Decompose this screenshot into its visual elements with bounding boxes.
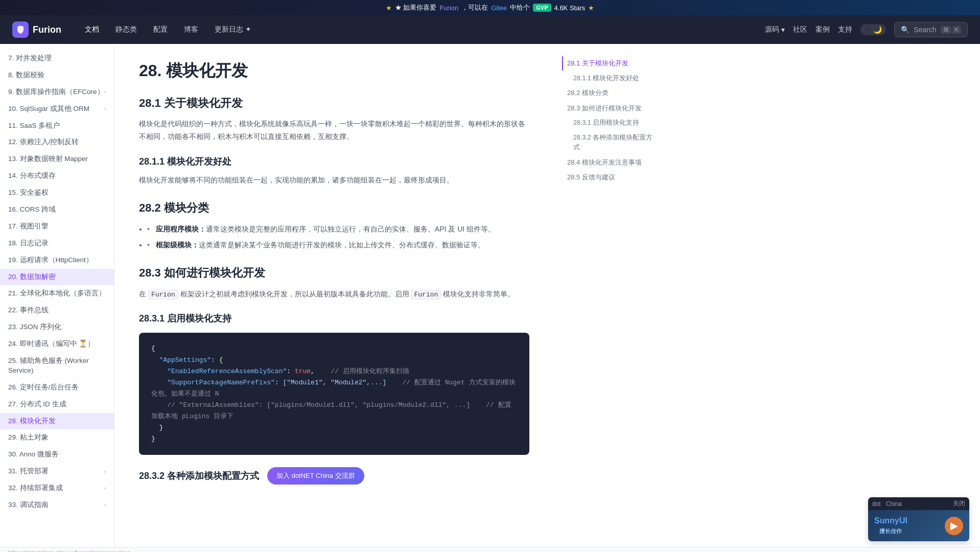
nav-source-btn[interactable]: 源码 ▾ bbox=[765, 25, 785, 34]
code-line-7: } bbox=[151, 433, 517, 445]
navbar: Furion 文档 静态类 配置 博客 更新日志 ✦ 源码 ▾ 社区 案例 支持… bbox=[0, 15, 980, 44]
search-button[interactable]: 🔍 Search ⌘ K bbox=[894, 22, 968, 37]
sidebar-item-29[interactable]: 29. 粘土对象 bbox=[0, 429, 114, 446]
banner-middle2: 中给个 bbox=[510, 3, 530, 12]
sidebar-item-26[interactable]: 26. 定时任务/后台任务 bbox=[0, 379, 114, 396]
sidebar-item-32[interactable]: 32. 持续部署集成 › bbox=[0, 480, 114, 497]
join-dotnet-china-button[interactable]: 加入 dotNET China 交流群 bbox=[267, 467, 364, 485]
status-bar: https://dotnetchina.gitee.io/furion/docs… bbox=[0, 547, 980, 552]
search-kbd: ⌘ K bbox=[941, 26, 961, 34]
close-icon[interactable]: 关闭 bbox=[953, 499, 965, 508]
sidebar-item-27[interactable]: 27. 分布式 ID 生成 bbox=[0, 396, 114, 413]
code-line-3: "EnabledReferenceAssemblyScan": true, //… bbox=[151, 366, 517, 377]
toc-item-28-2[interactable]: 28.2 模块分类 bbox=[562, 86, 658, 100]
subsection-text-28-1-1: 模块化开发能够将不同的功能组装在一起，实现功能的累加，诸多功能组装在一起，最终形… bbox=[139, 174, 529, 187]
section-title-28-2: 28.2 模块分类 bbox=[139, 201, 529, 216]
sidebar-item-10[interactable]: 10. SqlSugar 或其他 ORM › bbox=[0, 101, 114, 118]
sidebar-item-16[interactable]: 16. CORS 跨域 bbox=[0, 201, 114, 218]
banner-gitee-link[interactable]: Gitee bbox=[491, 4, 507, 12]
section-title-28-1: 28.1 关于模块化开发 bbox=[139, 96, 529, 111]
status-url: https://dotnetchina.gitee.io/furion/docs… bbox=[8, 549, 130, 552]
sidebar-item-21[interactable]: 21. 全球化和本地化（多语言） bbox=[0, 285, 114, 302]
nav-item-docs[interactable]: 文档 bbox=[78, 21, 106, 38]
sidebar-item-31[interactable]: 31. 托管部署 › bbox=[0, 463, 114, 480]
float-ad: dot China 关闭 SunnyUI 擅长佳作 ▶ bbox=[868, 497, 970, 542]
gvp-badge: GVP bbox=[533, 4, 551, 12]
float-ad-header: dot China 关闭 bbox=[868, 497, 969, 510]
search-icon: 🔍 bbox=[901, 26, 909, 34]
sidebar-item-18[interactable]: 18. 日志记录 bbox=[0, 235, 114, 252]
nav-item-blog[interactable]: 博客 bbox=[177, 21, 205, 38]
sidebar-item-13[interactable]: 13. 对象数据映射 Mapper bbox=[0, 151, 114, 168]
float-ad-body[interactable]: SunnyUI 擅长佳作 ▶ bbox=[868, 510, 969, 541]
toc-item-28-3-1[interactable]: 28.3.1 启用模块化支持 bbox=[562, 116, 658, 130]
chevron-down-icon: ▾ bbox=[781, 26, 785, 34]
subsection-title-28-3-1: 28.3.1 启用模块化支持 bbox=[139, 313, 529, 325]
subsection-title-28-1-1: 28.1.1 模块化开发好处 bbox=[139, 156, 529, 168]
subsection-title-28-3-2: 28.3.2 各种添加模块配置方式 加入 dotNET China 交流群 bbox=[139, 467, 529, 485]
sidebar-item-23[interactable]: 23. JSON 序列化 bbox=[0, 319, 114, 336]
sidebar-item-11[interactable]: 11. SaaS 多租户 bbox=[0, 118, 114, 134]
sidebar-item-15[interactable]: 15. 安全鉴权 bbox=[0, 185, 114, 201]
sidebar-item-14[interactable]: 14. 分布式缓存 bbox=[0, 168, 114, 185]
sidebar-item-12[interactable]: 12. 依赖注入/控制反转 bbox=[0, 134, 114, 151]
code-line-2: "AppSettings": { bbox=[151, 355, 517, 366]
star-left: ★ bbox=[386, 4, 392, 12]
chevron-right-icon: › bbox=[104, 501, 106, 509]
top-banner: ★ ★ 如果你喜爱 Furion ，可以在 Gitee 中给个 GVP 4.6K… bbox=[0, 0, 980, 15]
toc-item-28-3-2[interactable]: 28.3.2 各种添加模块配置方式 bbox=[562, 131, 658, 154]
code-line-4: "SupportPackageNamePrefixs": ["Module1",… bbox=[151, 377, 517, 400]
code-line-6: } bbox=[151, 422, 517, 433]
page-layout: 7. 对并发处理 8. 数据校验 9. 数据库操作指南（EFCore） › 10… bbox=[0, 44, 980, 547]
section-text-28-1: 模块化是代码组织的一种方式，模块化系统就像乐高玩具一样，一块一块零散积木堆起一个… bbox=[139, 118, 529, 143]
sidebar-item-17[interactable]: 17. 视图引擎 bbox=[0, 218, 114, 235]
toc-item-28-4[interactable]: 28.4 模块化开发注意事项 bbox=[562, 155, 658, 170]
light-theme-icon: ☀ bbox=[865, 26, 871, 34]
nav-items: 文档 静态类 配置 博客 更新日志 ✦ bbox=[78, 21, 765, 38]
sidebar-item-7[interactable]: 7. 对并发处理 bbox=[0, 50, 114, 67]
logo-icon bbox=[12, 21, 29, 38]
nav-logo[interactable]: Furion bbox=[12, 21, 61, 38]
logo-text: Furion bbox=[33, 25, 61, 35]
theme-toggle[interactable]: ☀ 🌙 bbox=[860, 24, 886, 35]
nav-cases[interactable]: 案例 bbox=[815, 25, 830, 34]
toc-item-28-5[interactable]: 28.5 反馈与建议 bbox=[562, 170, 658, 185]
kbd-cmd: ⌘ bbox=[941, 26, 951, 34]
nav-item-config[interactable]: 配置 bbox=[146, 21, 175, 38]
toc-item-28-1-1[interactable]: 28.1.1 模块化开发好处 bbox=[562, 72, 658, 85]
sidebar-item-22[interactable]: 22. 事件总线 bbox=[0, 302, 114, 319]
sidebar-item-19[interactable]: 19. 远程请求（HttpClient） bbox=[0, 252, 114, 269]
sidebar-item-28[interactable]: 28. 模块化开发 bbox=[0, 413, 114, 430]
bullet-item-framework-module: 框架级模块：这类通常是解决某个业务功能进行开发的模块，比如上传文件、分布式缓存、… bbox=[147, 239, 529, 251]
nav-item-changelog[interactable]: 更新日志 ✦ bbox=[207, 21, 259, 38]
sidebar-item-9[interactable]: 9. 数据库操作指南（EFCore） › bbox=[0, 84, 114, 101]
section-title-28-3: 28.3 如何进行模块化开发 bbox=[139, 266, 529, 281]
toc-item-28-1[interactable]: 28.1 关于模块化开发 bbox=[562, 56, 658, 71]
sidebar-item-33[interactable]: 33. 调试指南 › bbox=[0, 497, 114, 514]
code-block: { "AppSettings": { "EnabledReferenceAsse… bbox=[139, 333, 529, 455]
banner-furion-link[interactable]: Furion bbox=[439, 4, 458, 12]
chevron-right-icon: › bbox=[104, 88, 106, 96]
sidebar-item-30[interactable]: 30. Anno 微服务 bbox=[0, 446, 114, 463]
sidebar-item-24[interactable]: 24. 即时通讯（编写中 ⏳） bbox=[0, 336, 114, 353]
code-line-5: // "ExternalAssemblies": ["plugins/Modul… bbox=[151, 400, 517, 422]
code-line-1: { bbox=[151, 343, 517, 354]
sidebar-item-8[interactable]: 8. 数据校验 bbox=[0, 67, 114, 84]
nav-community[interactable]: 社区 bbox=[793, 25, 807, 34]
main-content: 28. 模块化开发 28.1 关于模块化开发 模块化是代码组织的一种方式，模块化… bbox=[114, 44, 554, 547]
section-text-28-3: 在 Furion 框架设计之初就考虑到模块化开发，所以从最初版本就具备此功能。启… bbox=[139, 288, 529, 301]
left-sidebar: 7. 对并发处理 8. 数据校验 9. 数据库操作指南（EFCore） › 10… bbox=[0, 44, 114, 547]
star-right: ★ bbox=[588, 4, 594, 12]
bullet-item-app-module: 应用程序模块：通常这类模块是完整的应用程序，可以独立运行，有自己的实体、服务、A… bbox=[147, 223, 529, 236]
inline-code-furion2: Furion bbox=[411, 290, 441, 300]
banner-prefix: ★ 如果你喜爱 bbox=[395, 3, 437, 12]
sidebar-item-25[interactable]: 25. 辅助角色服务 (Worker Service) bbox=[0, 353, 114, 379]
chevron-right-icon: › bbox=[104, 468, 106, 475]
ad-title: SunnyUI bbox=[874, 516, 907, 525]
inline-code-furion1: Furion bbox=[148, 290, 178, 300]
toc-item-28-3[interactable]: 28.3 如何进行模块化开发 bbox=[562, 101, 658, 116]
nav-support[interactable]: 支持 bbox=[838, 25, 852, 34]
nav-item-static[interactable]: 静态类 bbox=[108, 21, 144, 38]
sidebar-item-20[interactable]: 20. 数据加解密 bbox=[0, 269, 114, 286]
stars-count: 4.6K Stars bbox=[554, 4, 586, 12]
